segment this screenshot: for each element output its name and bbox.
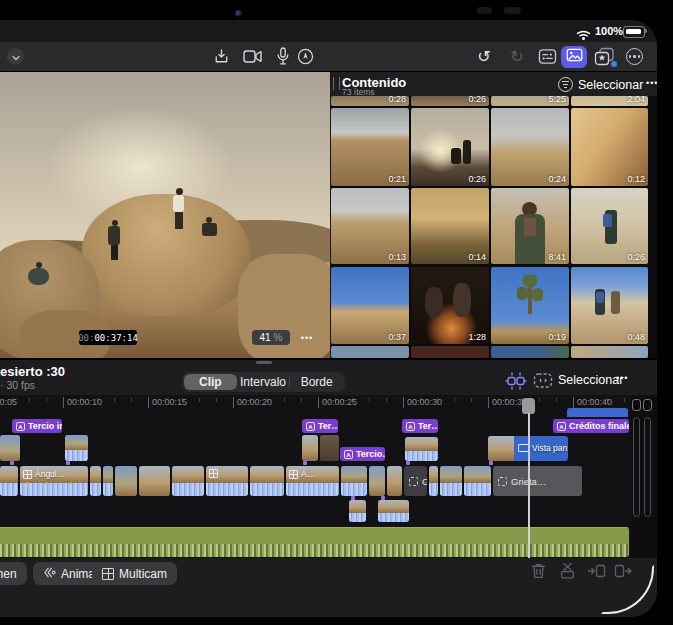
viewer-pane[interactable]: 00:00:37:14 41 % •••	[0, 72, 330, 358]
timeline-clip[interactable]	[387, 466, 402, 496]
timeline-clip[interactable]	[369, 466, 385, 496]
timeline-clip[interactable]	[440, 466, 462, 496]
delete-button[interactable]	[530, 562, 547, 584]
chevron-down-icon	[11, 48, 21, 66]
redo-button[interactable]: ↻	[507, 47, 527, 67]
rail-button[interactable]	[632, 399, 641, 411]
timeline-clip[interactable]	[429, 466, 438, 496]
media-thumbnail[interactable]: 0:21	[331, 108, 409, 186]
playhead-line[interactable]	[528, 413, 530, 558]
timeline-clip-angulo[interactable]: Ángul…	[20, 466, 88, 496]
timeline[interactable]: 00:00:05 00:00:10 00:00:15 00:00:20 00:0…	[0, 395, 657, 558]
draw-button[interactable]	[296, 47, 315, 70]
media-thumbnail[interactable]: 0:13	[331, 188, 409, 264]
connected-clip[interactable]	[302, 435, 318, 461]
connected-clip[interactable]	[0, 435, 20, 461]
viewer-scene	[0, 72, 330, 358]
mic-button[interactable]	[276, 47, 290, 70]
browser-more-button[interactable]: •••	[646, 78, 657, 88]
media-thumbnail[interactable]: 0:48	[571, 267, 648, 344]
drag-handle[interactable]	[256, 361, 272, 364]
timeline-clip[interactable]	[0, 466, 18, 496]
media-thumbnail[interactable]: 0:28	[331, 96, 409, 106]
segment-interval[interactable]: Intervalo	[237, 374, 290, 390]
timeline-clip[interactable]	[206, 466, 248, 496]
connected-clip[interactable]	[567, 408, 628, 417]
segment-border[interactable]: Borde	[290, 374, 343, 390]
media-thumbnail[interactable]: 0:26	[571, 188, 648, 264]
media-thumbnail[interactable]: 1:28	[411, 267, 489, 344]
more-button[interactable]	[626, 48, 643, 65]
media-thumbnail[interactable]: 0:26	[411, 108, 489, 186]
rail-track[interactable]	[644, 417, 651, 517]
timeline-clip[interactable]	[464, 466, 491, 496]
media-thumbnail[interactable]: 0:26	[411, 96, 489, 106]
gap-clip-selected[interactable]: Grieta…	[493, 466, 582, 496]
media-thumbnail[interactable]: 8:41	[491, 188, 569, 264]
timeline-clip[interactable]	[139, 466, 170, 496]
title-clip[interactable]: A Ter…	[402, 419, 438, 433]
project-meta: · 30 fps	[0, 379, 35, 391]
timeline-clip[interactable]	[115, 466, 137, 496]
timeline-clip[interactable]	[103, 466, 113, 496]
audio-track[interactable]	[0, 527, 629, 557]
timeline-more-button[interactable]: •••	[616, 373, 628, 383]
title-clip[interactable]: A Ter…	[302, 419, 338, 433]
media-thumbnail[interactable]: 2:04	[571, 96, 648, 106]
segment-border-label: Borde	[301, 375, 333, 389]
connected-clip[interactable]	[378, 500, 409, 522]
media-thumbnail[interactable]: 0:24	[491, 108, 569, 186]
browser-select-button[interactable]: Seleccionar	[578, 78, 643, 92]
segment-clip[interactable]: Clip	[184, 374, 237, 390]
camera-button[interactable]	[242, 48, 264, 69]
volume-button[interactable]: Volumen	[0, 562, 27, 585]
gap-clip[interactable]: G…	[404, 466, 427, 496]
timeline-clip[interactable]: Á…	[286, 466, 339, 496]
connected-clip[interactable]	[349, 500, 366, 522]
media-browser-button[interactable]	[561, 46, 587, 68]
overview-button[interactable]	[533, 372, 553, 393]
undo-button[interactable]: ↺	[474, 47, 494, 67]
timeline-clip[interactable]	[90, 466, 101, 496]
filter-button[interactable]	[558, 77, 573, 92]
media-thumbnail[interactable]: 0:37	[331, 267, 409, 344]
viewer-more-button[interactable]: •••	[294, 330, 320, 345]
track-rail[interactable]	[631, 395, 657, 558]
media-thumbnail[interactable]	[491, 346, 569, 358]
zoom-level-button[interactable]: 41 %	[252, 330, 290, 345]
sparkle-clips-button[interactable]	[504, 371, 528, 395]
timeline-clip[interactable]	[172, 466, 204, 496]
media-thumbnail[interactable]: 0:12	[571, 108, 648, 186]
title-clip[interactable]: A Tercio in…	[12, 419, 62, 433]
timeline-ruler[interactable]: 00:00:05 00:00:10 00:00:15 00:00:20 00:0…	[0, 395, 630, 411]
timecode-hours: 00:	[78, 333, 94, 343]
inspector-button[interactable]	[538, 48, 557, 69]
timecode-display: 00:00:37:14	[79, 330, 137, 345]
media-thumbnail[interactable]: 0:14	[411, 188, 489, 264]
media-thumbnail[interactable]	[411, 346, 489, 358]
connected-clip[interactable]	[320, 435, 339, 461]
pane-grip-icon[interactable]	[333, 77, 340, 90]
media-thumbnail[interactable]	[571, 346, 648, 358]
back-button[interactable]	[7, 48, 24, 65]
timeline-clip[interactable]	[250, 466, 284, 496]
title-clip[interactable]: A Tercio…	[340, 447, 385, 461]
rail-button[interactable]	[643, 399, 652, 411]
connected-clip[interactable]	[405, 437, 438, 461]
connected-clip[interactable]	[65, 435, 88, 461]
title-clip-label: Tercio in…	[28, 421, 62, 431]
duration-badge: 1:28	[468, 332, 486, 342]
effects-button[interactable]	[594, 47, 618, 69]
timeline-clip[interactable]	[341, 466, 367, 496]
rail-track[interactable]	[633, 417, 640, 517]
duration-badge: 0:26	[627, 252, 645, 262]
media-thumbnail[interactable]: 5:25	[491, 96, 569, 106]
media-thumbnail[interactable]: 0:19	[491, 267, 569, 344]
title-clip[interactable]: A Créditos finales	[553, 419, 629, 433]
timeline-select-button[interactable]: Seleccionar	[558, 373, 623, 387]
multicam-button[interactable]: Multicam	[92, 562, 177, 585]
blade-button[interactable]	[559, 562, 576, 584]
media-thumbnail[interactable]	[331, 346, 409, 358]
playhead-handle[interactable]	[522, 398, 535, 414]
import-button[interactable]	[212, 47, 231, 70]
